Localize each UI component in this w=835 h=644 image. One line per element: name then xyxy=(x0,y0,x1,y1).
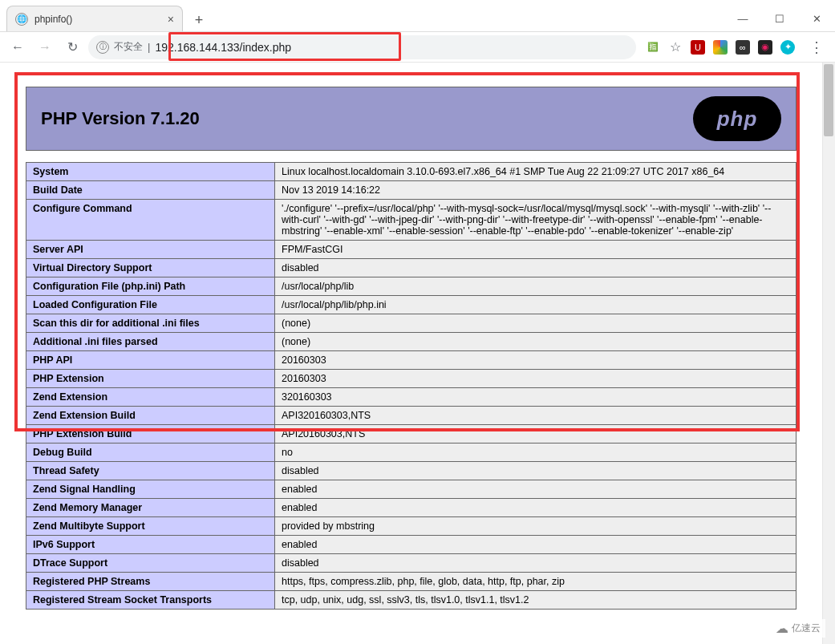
address-bar[interactable]: ⓘ 不安全 | 192.168.144.133/index.php xyxy=(88,35,636,59)
back-button[interactable]: ← xyxy=(6,36,29,59)
config-key: System xyxy=(26,163,275,181)
camera-ext-icon[interactable]: ◉ xyxy=(758,40,772,55)
phpinfo-header: PHP Version 7.1.20 php xyxy=(26,87,796,151)
config-key: Scan this dir for additional .ini files xyxy=(26,314,275,333)
config-key: PHP API xyxy=(26,351,275,370)
config-value: (none) xyxy=(275,314,796,333)
table-row: Zend Memory Managerenabled xyxy=(26,499,796,517)
config-value: './configure' '--prefix=/usr/local/php' … xyxy=(275,200,796,241)
table-row: Build DateNov 13 2019 14:16:22 xyxy=(26,181,796,200)
config-key: Zend Extension Build xyxy=(26,407,275,425)
watermark-text: 亿速云 xyxy=(792,622,821,635)
config-key: IPv6 Support xyxy=(26,536,275,554)
config-value: tcp, udp, unix, udg, ssl, sslv3, tls, tl… xyxy=(275,591,796,610)
window-maximize-button[interactable]: ☐ xyxy=(761,6,798,31)
config-value: enabled xyxy=(275,499,796,517)
config-value: no xyxy=(275,444,796,462)
table-row: SystemLinux localhost.localdomain 3.10.0… xyxy=(26,163,796,181)
config-key: Server API xyxy=(26,241,275,259)
reload-button[interactable]: ↻ xyxy=(61,36,83,59)
url-text: 192.168.144.133/index.php xyxy=(155,41,291,54)
page-title: PHP Version 7.1.20 xyxy=(41,108,693,129)
ublock-icon[interactable]: U xyxy=(691,40,705,55)
config-key: Thread Safety xyxy=(26,462,275,480)
extension-icons: 🈯 ☆ U ∞ ◉ ✦ xyxy=(641,40,800,55)
config-key: Additional .ini files parsed xyxy=(26,333,275,351)
config-key: PHP Extension Build xyxy=(26,425,275,444)
config-key: Zend Memory Manager xyxy=(26,499,275,517)
table-row: Zend Signal Handlingenabled xyxy=(26,480,796,499)
config-value: Linux localhost.localdomain 3.10.0-693.e… xyxy=(275,163,796,181)
config-value: FPM/FastCGI xyxy=(275,241,796,259)
table-row: Scan this dir for additional .ini files(… xyxy=(26,314,796,333)
config-key: Zend Extension xyxy=(26,388,275,407)
table-row: Registered PHP Streamshttps, ftps, compr… xyxy=(26,573,796,591)
config-key: Zend Multibyte Support xyxy=(26,517,275,536)
table-row: Zend Multibyte Supportprovided by mbstri… xyxy=(26,517,796,536)
config-value: 20160303 xyxy=(275,351,796,370)
browser-menu-button[interactable]: ⋮ xyxy=(805,38,829,56)
config-key: Zend Signal Handling xyxy=(26,480,275,499)
window-close-button[interactable]: ✕ xyxy=(798,6,835,31)
scrollbar-thumb[interactable] xyxy=(824,64,833,136)
config-key: Configure Command xyxy=(26,200,275,241)
config-value: API320160303,NTS xyxy=(275,407,796,425)
config-value: enabled xyxy=(275,536,796,554)
config-value: (none) xyxy=(275,333,796,351)
table-row: IPv6 Supportenabled xyxy=(26,536,796,554)
table-row: Configuration File (php.ini) Path/usr/lo… xyxy=(26,277,796,296)
table-row: Thread Safetydisabled xyxy=(26,462,796,480)
table-row: Additional .ini files parsed(none) xyxy=(26,333,796,351)
php-logo: php xyxy=(693,96,781,141)
config-value: disabled xyxy=(275,554,796,573)
table-row: Zend Extension320160303 xyxy=(26,388,796,407)
table-row: Debug Buildno xyxy=(26,444,796,462)
phpinfo-table: SystemLinux localhost.localdomain 3.10.0… xyxy=(26,162,796,610)
config-value: API20160303,NTS xyxy=(275,425,796,444)
config-key: Registered Stream Socket Transports xyxy=(26,591,275,610)
browser-tab[interactable]: 🌐 phpinfo() × xyxy=(6,6,183,31)
site-info-icon[interactable]: ⓘ xyxy=(96,41,109,54)
table-row: Server APIFPM/FastCGI xyxy=(26,241,796,259)
config-key: Debug Build xyxy=(26,444,275,462)
config-value: /usr/local/php/lib xyxy=(275,277,796,296)
table-row: Registered Stream Socket Transportstcp, … xyxy=(26,591,796,610)
table-row: Loaded Configuration File/usr/local/php/… xyxy=(26,296,796,314)
config-value: disabled xyxy=(275,259,796,277)
config-value: enabled xyxy=(275,480,796,499)
tab-close-icon[interactable]: × xyxy=(168,13,174,26)
new-tab-button[interactable]: + xyxy=(188,9,210,31)
config-value: provided by mbstring xyxy=(275,517,796,536)
forward-button[interactable]: → xyxy=(34,36,56,59)
table-row: Virtual Directory Supportdisabled xyxy=(26,259,796,277)
google-ext-icon[interactable] xyxy=(713,40,728,55)
scrollbar[interactable] xyxy=(822,63,835,644)
browser-toolbar: ← → ↻ ⓘ 不安全 | 192.168.144.133/index.php … xyxy=(0,32,835,63)
config-value: 320160303 xyxy=(275,388,796,407)
table-row: Zend Extension BuildAPI320160303,NTS xyxy=(26,407,796,425)
config-key: Virtual Directory Support xyxy=(26,259,275,277)
table-row: PHP Extension BuildAPI20160303,NTS xyxy=(26,425,796,444)
config-key: Configuration File (php.ini) Path xyxy=(26,277,275,296)
browser-titlebar: 🌐 phpinfo() × + — ☐ ✕ xyxy=(0,0,835,32)
config-value: 20160303 xyxy=(275,370,796,388)
vpn-ext-icon[interactable]: ∞ xyxy=(736,40,750,55)
table-row: DTrace Supportdisabled xyxy=(26,554,796,573)
window-minimize-button[interactable]: — xyxy=(724,6,761,31)
config-value: https, ftps, compress.zlib, php, file, g… xyxy=(275,573,796,591)
table-row: Configure Command'./configure' '--prefix… xyxy=(26,200,796,241)
insecure-label: 不安全 xyxy=(114,40,143,54)
custom-ext-icon[interactable]: ✦ xyxy=(780,40,795,55)
bookmark-star-icon[interactable]: ☆ xyxy=(668,40,683,55)
config-key: DTrace Support xyxy=(26,554,275,573)
tab-title: phpinfo() xyxy=(34,14,161,25)
translate-icon[interactable]: 🈯 xyxy=(646,40,660,55)
page-viewport: PHP Version 7.1.20 php SystemLinux local… xyxy=(0,63,835,644)
config-key: PHP Extension xyxy=(26,370,275,388)
table-row: PHP Extension20160303 xyxy=(26,370,796,388)
table-row: PHP API20160303 xyxy=(26,351,796,370)
config-key: Build Date xyxy=(26,181,275,200)
config-key: Loaded Configuration File xyxy=(26,296,275,314)
config-value: disabled xyxy=(275,462,796,480)
watermark: ☁ 亿速云 xyxy=(771,619,825,638)
